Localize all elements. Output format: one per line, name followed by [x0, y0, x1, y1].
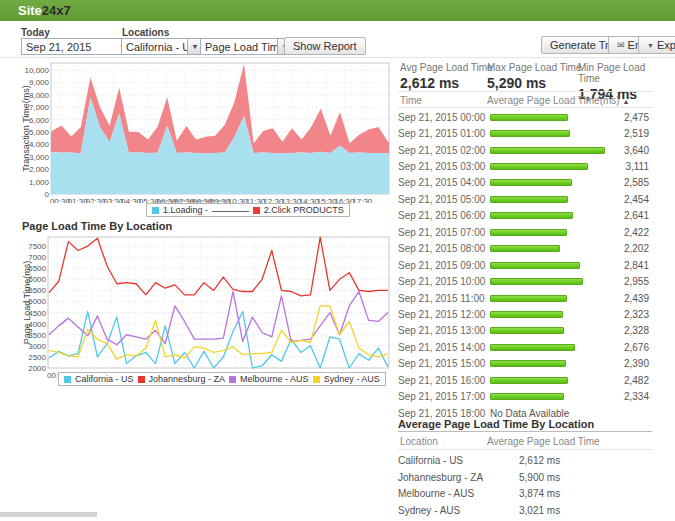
- row-time: Sep 21, 2015 10:00: [398, 276, 490, 287]
- row-time: Sep 21, 2015 18:00: [398, 408, 490, 419]
- svg-text:17:30: 17:30: [352, 197, 373, 203]
- bar-cell: [490, 311, 611, 318]
- load-time-bar: [490, 311, 563, 318]
- load-time-bar: [490, 393, 564, 400]
- svg-text:3,000: 3,000: [29, 153, 50, 162]
- svg-text:Transaction Time(ms): Transaction Time(ms): [21, 85, 31, 172]
- row-value: 2,334: [611, 391, 649, 402]
- bar-cell: [490, 196, 611, 203]
- row-value: 3,874 ms: [519, 488, 652, 499]
- svg-text:5,000: 5,000: [29, 128, 50, 137]
- site24x7-logo[interactable]: Site24x7: [18, 3, 71, 18]
- row-time: Sep 21, 2015 16:00: [398, 375, 490, 386]
- row-value: 2,422: [611, 227, 649, 238]
- table-row: Sep 21, 2015 10:002,955: [398, 273, 652, 289]
- logo-text-site: Site: [18, 3, 42, 18]
- stat-value: 5,290 ms: [487, 75, 582, 91]
- legend-label: 2.Click PRODUCTS: [264, 205, 344, 215]
- location-col-location: Location: [400, 436, 438, 447]
- location-table-body: California - US2,612 msJohannesburg - ZA…: [398, 452, 652, 519]
- row-value: 3,640: [611, 145, 649, 156]
- table-row: Melbourne - AUS3,874 ms: [398, 486, 652, 503]
- row-value: 2,439: [611, 293, 649, 304]
- table-row: Sep 21, 2015 14:002,676: [398, 339, 652, 355]
- horizontal-scrollbar[interactable]: [0, 512, 97, 517]
- bar-cell: [490, 278, 611, 285]
- row-value: 2,612 ms: [519, 455, 652, 466]
- show-report-button[interactable]: Show Report: [284, 37, 366, 55]
- hourly-col-avg[interactable]: Average Page Load Time(ms) ▲: [487, 95, 629, 106]
- row-value: 2,676: [611, 342, 649, 353]
- row-time: Sep 21, 2015 08:00: [398, 243, 490, 254]
- row-value: 2,390: [611, 358, 649, 369]
- hourly-table-body: Sep 21, 2015 00:002,475Sep 21, 2015 01:0…: [398, 109, 652, 421]
- row-time: Sep 21, 2015 00:00: [398, 112, 490, 123]
- bar-cell: [490, 163, 611, 170]
- legend-swatch: [152, 207, 159, 214]
- legend-swatch: [229, 376, 236, 383]
- svg-text:7500: 7500: [28, 242, 46, 251]
- load-time-bar: [490, 179, 572, 186]
- bar-cell: [490, 377, 611, 384]
- metric-select[interactable]: Page Load Time ▼: [200, 38, 293, 55]
- svg-text:10,000: 10,000: [25, 66, 50, 75]
- row-location: Johannesburg - ZA: [398, 472, 519, 483]
- load-time-bar: [490, 327, 564, 334]
- table-row: Sep 21, 2015 01:002,519: [398, 125, 652, 141]
- table-row: Sep 21, 2015 15:002,390: [398, 356, 652, 372]
- svg-text:2000: 2000: [28, 364, 46, 373]
- table-row: Sep 21, 2015 03:003,111: [398, 158, 652, 174]
- logo-text-24x7: 24x7: [42, 3, 71, 18]
- legend-label: California - US: [75, 374, 134, 384]
- location-table-title: Average Page Load Time By Location: [398, 418, 594, 430]
- load-time-bar: [490, 147, 605, 154]
- legend-label: 1.Loading -: [163, 205, 208, 215]
- load-time-bar: [490, 262, 580, 269]
- stat-label: Min Page Load Time: [578, 62, 654, 84]
- load-time-bar: [490, 114, 568, 121]
- row-location: Melbourne - AUS: [398, 488, 519, 499]
- svg-text:9,000: 9,000: [29, 78, 50, 87]
- sort-asc-icon: ▲: [622, 98, 629, 105]
- table-row: Sep 21, 2015 11:002,439: [398, 290, 652, 306]
- panel-divider: [398, 107, 652, 108]
- date-select[interactable]: Sep 21, 2015 ▼: [21, 38, 131, 55]
- bar-cell: [490, 360, 611, 367]
- email-icon: ✉: [617, 40, 625, 50]
- load-time-bar: [490, 229, 567, 236]
- load-time-bar: [490, 245, 560, 252]
- location-select-value: California - US: [122, 41, 187, 53]
- export-dropdown-icon: ▼: [647, 42, 654, 49]
- toolbar-divider: [0, 57, 675, 58]
- row-time: Sep 21, 2015 14:00: [398, 342, 490, 353]
- row-value: 2,328: [611, 325, 649, 336]
- stat-value: 2,612 ms: [400, 75, 493, 91]
- bar-cell: [490, 344, 611, 351]
- svg-text:2500: 2500: [28, 353, 46, 362]
- right-panel: Avg Page Load Time 2,612 ms Max Page Loa…: [398, 60, 654, 520]
- row-location: California - US: [398, 455, 519, 466]
- transaction-time-chart: 01,0002,0003,0004,0005,0006,0007,0008,00…: [20, 61, 392, 203]
- table-row: Sep 21, 2015 16:002,482: [398, 372, 652, 388]
- load-time-bar: [490, 377, 568, 384]
- row-value: 2,454: [611, 194, 649, 205]
- location-select[interactable]: California - US ▼: [121, 38, 203, 55]
- row-location: Sydney - AUS: [398, 505, 519, 516]
- row-value: 2,955: [611, 276, 649, 287]
- max-page-load-stat: Max Page Load Time 5,290 ms: [487, 62, 582, 91]
- table-row: Sep 21, 2015 05:002,454: [398, 191, 652, 207]
- stat-label: Avg Page Load Time: [400, 62, 493, 73]
- bar-cell: [490, 295, 611, 302]
- svg-text:1,000: 1,000: [29, 178, 50, 187]
- row-time: Sep 21, 2015 15:00: [398, 358, 490, 369]
- legend-label: Johannesburg - ZA: [149, 374, 226, 384]
- export-button[interactable]: ▼Export: [638, 36, 675, 54]
- table-row: Sep 21, 2015 09:002,841: [398, 257, 652, 273]
- location-chart-legend: California - USJohannesburg - ZAMelbourn…: [58, 372, 386, 386]
- row-time: Sep 21, 2015 11:00: [398, 293, 490, 304]
- row-time: Sep 21, 2015 06:00: [398, 210, 490, 221]
- table-row: Sydney - AUS3,021 ms: [398, 502, 652, 519]
- table-row: Sep 21, 2015 06:002,641: [398, 208, 652, 224]
- row-time: Sep 21, 2015 03:00: [398, 161, 490, 172]
- panel-divider: [398, 449, 652, 450]
